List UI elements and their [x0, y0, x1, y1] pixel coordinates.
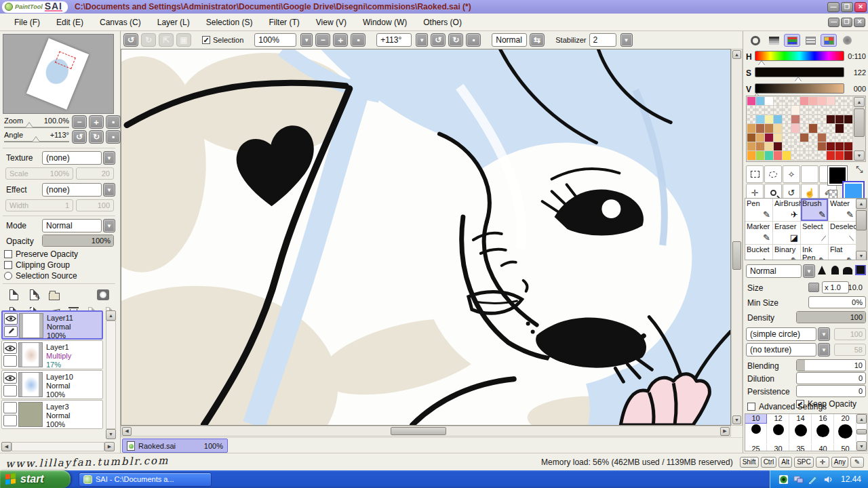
- color-swatch-cell[interactable]: [818, 115, 827, 124]
- color-swatch-cell[interactable]: [747, 142, 756, 151]
- color-swatch-cell[interactable]: [809, 134, 818, 142]
- color-swatch-cell[interactable]: [765, 97, 774, 106]
- brush-size-preset-10[interactable]: 10: [745, 414, 767, 444]
- color-swatch-cell[interactable]: [844, 106, 853, 115]
- color-swatch-cell[interactable]: [827, 142, 835, 151]
- canvas-scroll-right[interactable]: ▶: [720, 427, 730, 436]
- color-swatch-cell[interactable]: [791, 134, 800, 142]
- layer-mode-dropdown[interactable]: Normal ▼: [42, 219, 115, 232]
- preserve-opacity-checkbox[interactable]: [4, 250, 12, 258]
- saturation-slider-handle[interactable]: [795, 77, 802, 82]
- color-swatch-cell[interactable]: [809, 142, 818, 151]
- gray-slider-mode-button[interactable]: [766, 34, 782, 47]
- brush-dilution-slider[interactable]: 0: [796, 372, 866, 384]
- color-swatch-cell[interactable]: [765, 142, 774, 151]
- menu-edit[interactable]: Edit (E): [49, 16, 91, 29]
- toolgrid-scroll-thumb[interactable]: [856, 210, 867, 230]
- color-swatch-cell[interactable]: [827, 115, 835, 124]
- brush-blending-slider[interactable]: 10: [796, 359, 866, 371]
- color-swatch-cell[interactable]: [800, 142, 809, 151]
- color-swatch-cell[interactable]: [800, 106, 809, 115]
- color-swatch-cell[interactable]: [774, 142, 783, 151]
- flip-horizontal-button[interactable]: ⇆: [530, 33, 545, 47]
- color-swatch-cell[interactable]: [783, 151, 791, 160]
- nav-zoom-out-button[interactable]: −: [72, 115, 87, 129]
- stabilizer-select[interactable]: 2: [589, 33, 616, 47]
- layer3-visibility-toggle[interactable]: [3, 402, 17, 413]
- hue-slider[interactable]: [755, 51, 844, 61]
- layers-scroll-left[interactable]: ◀: [1, 442, 12, 451]
- color-swatch-cell[interactable]: [800, 124, 809, 133]
- network-tray-icon[interactable]: [793, 474, 804, 485]
- nav-rotate-reset-button[interactable]: ▪: [106, 130, 121, 144]
- canvas-scroll-left[interactable]: ◀: [122, 427, 132, 436]
- title-bar[interactable]: PaintTool SAI C:\Documents and Settings\…: [0, 0, 868, 14]
- brush-tip-spike[interactable]: [816, 265, 827, 275]
- color-swatch-cell[interactable]: [756, 97, 765, 106]
- layer10-paint-indicator[interactable]: [3, 385, 17, 396]
- color-swatch-cell[interactable]: [827, 124, 835, 133]
- lasso-tool-button[interactable]: [764, 165, 782, 183]
- value-slider[interactable]: [755, 83, 844, 94]
- taskbar-item-sai[interactable]: SAI - C:\Documents a...: [79, 472, 212, 487]
- color-wheel-mode-button[interactable]: [747, 34, 764, 47]
- layer-mask-button[interactable]: [95, 287, 111, 302]
- close-button[interactable]: ✕: [854, 2, 867, 12]
- color-swatch-cell[interactable]: [791, 142, 800, 151]
- canvas-viewport[interactable]: [121, 49, 731, 426]
- color-swatch-cell[interactable]: [835, 134, 844, 142]
- brush-tip-flat[interactable]: [855, 265, 866, 275]
- color-swatch-cell[interactable]: [765, 151, 774, 160]
- tool-select[interactable]: Select⟋: [801, 222, 828, 244]
- color-swatch-cell[interactable]: [774, 106, 783, 115]
- layers-hscrollbar[interactable]: [12, 442, 104, 451]
- navigator-preview[interactable]: [3, 34, 114, 114]
- brush-blend-dropdown[interactable]: Normal ▼: [746, 264, 815, 278]
- zoom-select[interactable]: 100%: [254, 33, 296, 47]
- color-swatch-cell[interactable]: [827, 97, 835, 106]
- color-swatch-cell[interactable]: [818, 134, 827, 142]
- redo-button[interactable]: ↻: [141, 33, 156, 47]
- layers-scroll-up[interactable]: ▲: [106, 310, 116, 321]
- canvas-scroll-down[interactable]: ▼: [732, 415, 741, 424]
- color-swatch-cell[interactable]: [765, 106, 774, 115]
- effect-dropdown-icon[interactable]: ▼: [103, 183, 115, 197]
- menu-selection[interactable]: Selection (S): [199, 16, 260, 29]
- tool-bucket[interactable]: Bucket◣: [745, 245, 772, 260]
- tool-brush[interactable]: Brush✎: [801, 199, 828, 221]
- layers-scrollbar[interactable]: [106, 321, 116, 429]
- color-swatch-cell[interactable]: [774, 115, 783, 124]
- color-swatch-cell[interactable]: [809, 151, 818, 160]
- nav-zoom-in-button[interactable]: ＋: [89, 115, 104, 129]
- saturation-slider[interactable]: [755, 67, 844, 77]
- tool-flat[interactable]: Flat✎: [829, 245, 856, 260]
- swatches-mode-button[interactable]: [821, 34, 837, 47]
- swatches-scroll-up[interactable]: ▲: [854, 97, 865, 107]
- color-swatch-cell[interactable]: [791, 115, 800, 124]
- brush-size-preset-40[interactable]: 40: [812, 445, 834, 451]
- navigator-zoom-slider-handle[interactable]: [26, 123, 33, 127]
- color-swatch-cell[interactable]: [844, 142, 853, 151]
- canvas-hscroll-thumb[interactable]: [391, 427, 446, 435]
- brush-size-scroll-down[interactable]: ▼: [856, 441, 867, 451]
- color-swatch-cell[interactable]: [818, 106, 827, 115]
- color-swatch-cell[interactable]: [835, 142, 844, 151]
- color-swatch-cell[interactable]: [783, 142, 791, 151]
- color-swatch-cell[interactable]: [818, 97, 827, 106]
- canvas-hscrollbar[interactable]: ◀ ▶: [121, 426, 731, 436]
- color-swatch-cell[interactable]: [783, 106, 791, 115]
- rotate-cw-button[interactable]: ↻: [448, 33, 463, 47]
- layer-row-layer10[interactable]: Layer10 Normal 100%: [1, 370, 103, 399]
- color-swatch-cell[interactable]: [783, 134, 791, 142]
- layer-opacity-slider[interactable]: 100%: [42, 235, 114, 247]
- color-swatch-cell[interactable]: [844, 124, 853, 133]
- color-swatch-cell[interactable]: [747, 97, 756, 106]
- minimize-button[interactable]: —: [827, 2, 840, 12]
- swatches-scroll-down[interactable]: ▼: [854, 150, 865, 161]
- color-swatch-cell[interactable]: [800, 134, 809, 142]
- brush-size-preset-50[interactable]: 50: [835, 445, 856, 451]
- brush-size-scroll-thumb[interactable]: [856, 429, 867, 434]
- selection-checkbox[interactable]: ✓: [202, 36, 210, 44]
- advanced-settings-toggle-row[interactable]: Advanced Settings: [747, 402, 827, 411]
- color-swatch-cell[interactable]: [827, 106, 835, 115]
